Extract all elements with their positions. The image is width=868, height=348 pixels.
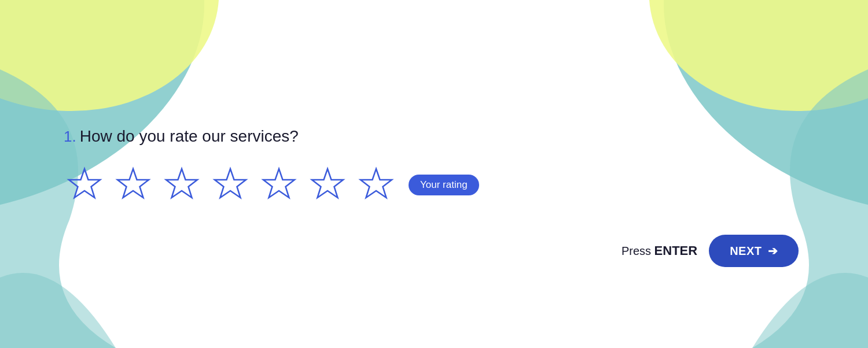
arrow-right-icon: ➔ (768, 244, 778, 258)
question-text: How do you rate our services? (80, 127, 299, 146)
next-label: NEXT (730, 245, 762, 258)
star-4-button[interactable] (209, 164, 251, 206)
star-5-button[interactable] (258, 164, 300, 206)
question-label: 1. How do you rate our services? (64, 127, 868, 146)
star-rating-row: Your rating (64, 164, 868, 206)
star-1-button[interactable] (64, 164, 105, 206)
press-enter-label: Press ENTER (621, 243, 697, 258)
enter-text: ENTER (654, 243, 698, 258)
next-button[interactable]: NEXT ➔ (709, 235, 799, 267)
star-6-button[interactable] (307, 164, 348, 206)
star-7-button[interactable] (355, 164, 397, 206)
bottom-action-row: Press ENTER NEXT ➔ (64, 229, 868, 267)
your-rating-badge: Your rating (409, 175, 479, 195)
star-3-button[interactable] (161, 164, 203, 206)
star-2-button[interactable] (112, 164, 154, 206)
question-number: 1. (64, 128, 76, 146)
